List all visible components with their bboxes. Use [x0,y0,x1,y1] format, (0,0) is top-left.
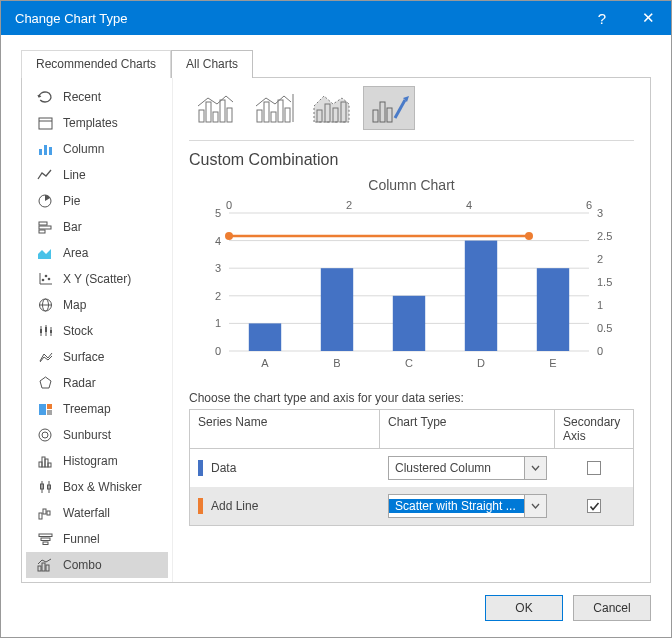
combo-subtype-stacked-area[interactable] [305,86,357,130]
combo-subtype-clustered-line[interactable] [189,86,241,130]
sidebar-item-sunburst[interactable]: Sunburst [26,422,168,448]
funnel-icon [36,531,54,547]
sidebar-item-area[interactable]: Area [26,240,168,266]
sidebar-item-scatter[interactable]: X Y (Scatter) [26,266,168,292]
stock-icon [36,323,54,339]
tab-strip: Recommended Charts All Charts [1,35,671,77]
sidebar-item-line[interactable]: Line [26,162,168,188]
svg-rect-40 [39,534,52,537]
svg-rect-0 [39,118,52,129]
ok-button[interactable]: OK [485,595,563,621]
series-swatch [198,498,203,514]
sidebar-item-templates[interactable]: Templates [26,110,168,136]
chart-type-dropdown-data[interactable]: Clustered Column [388,456,547,480]
svg-rect-53 [271,112,276,122]
sidebar-item-pie[interactable]: Pie [26,188,168,214]
sidebar-item-label: Area [63,246,88,260]
sidebar-item-funnel[interactable]: Funnel [26,526,168,552]
svg-rect-2 [39,149,42,155]
svg-rect-32 [48,463,51,467]
map-icon [36,297,54,313]
svg-text:4: 4 [215,235,221,247]
window-title: Change Chart Type [15,11,128,26]
svg-rect-20 [45,327,47,332]
svg-text:2: 2 [346,199,352,211]
chart-preview: Column Chart 01234500.511.522.530246ABCD… [189,177,634,377]
svg-text:D: D [477,357,485,369]
svg-text:1.5: 1.5 [597,276,612,288]
svg-rect-93 [465,241,497,351]
sidebar-item-recent[interactable]: Recent [26,84,168,110]
svg-rect-52 [264,102,269,122]
chart-type-dropdown-add-line[interactable]: Scatter with Straight ... [388,494,547,518]
svg-text:0.5: 0.5 [597,322,612,334]
svg-rect-46 [199,110,204,122]
svg-text:B: B [333,357,340,369]
svg-text:2: 2 [215,290,221,302]
sidebar-item-surface[interactable]: Surface [26,344,168,370]
header-chart-type: Chart Type [380,410,555,448]
sidebar-item-label: Waterfall [63,506,110,520]
svg-text:3: 3 [597,207,603,219]
change-chart-type-dialog: Change Chart Type ? ✕ Recommended Charts… [0,0,672,638]
svg-rect-50 [227,108,232,122]
secondary-axis-checkbox-add-line[interactable] [587,499,601,513]
svg-rect-4 [49,147,52,155]
svg-rect-25 [47,404,52,409]
close-button[interactable]: ✕ [625,1,671,35]
sidebar-item-label: Sunburst [63,428,111,442]
chevron-down-icon [524,495,546,517]
svg-point-98 [225,232,233,240]
series-row-add-line[interactable]: Add Line Scatter with Straight ... [190,487,633,525]
sidebar-item-label: Templates [63,116,118,130]
box-whisker-icon [36,479,54,495]
sidebar-item-label: Histogram [63,454,118,468]
svg-rect-3 [44,145,47,155]
sunburst-icon [36,427,54,443]
sidebar-item-label: Stock [63,324,93,338]
svg-rect-8 [39,230,45,233]
main-panel: Custom Combination Column Chart 01234500… [172,78,650,582]
help-button[interactable]: ? [579,1,625,35]
combo-subtype-clustered-line-secondary[interactable] [247,86,299,130]
sidebar-item-radar[interactable]: Radar [26,370,168,396]
svg-text:0: 0 [597,345,603,357]
secondary-axis-checkbox-data[interactable] [587,461,601,475]
svg-text:0: 0 [215,345,221,357]
area-icon [36,245,54,261]
sidebar-item-box-whisker[interactable]: Box & Whisker [26,474,168,500]
tab-all-charts[interactable]: All Charts [171,50,253,78]
sidebar-item-treemap[interactable]: Treemap [26,396,168,422]
sidebar-item-stock[interactable]: Stock [26,318,168,344]
sidebar-item-combo[interactable]: Combo [26,552,168,578]
sidebar-item-histogram[interactable]: Histogram [26,448,168,474]
svg-text:6: 6 [586,199,592,211]
series-table-header: Series Name Chart Type Secondary Axis [190,410,633,449]
svg-rect-47 [206,102,211,122]
sidebar-item-column[interactable]: Column [26,136,168,162]
histogram-icon [36,453,54,469]
svg-marker-23 [40,377,51,388]
tab-recommended-charts[interactable]: Recommended Charts [21,50,171,78]
line-icon [36,167,54,183]
svg-text:E: E [549,357,556,369]
sidebar-item-bar[interactable]: Bar [26,214,168,240]
svg-rect-42 [43,542,48,545]
sidebar-item-label: Combo [63,558,102,572]
svg-rect-54 [278,100,283,122]
combo-icon [36,557,54,573]
combo-subtype-custom[interactable] [363,86,415,130]
cancel-button[interactable]: Cancel [573,595,651,621]
series-row-data[interactable]: Data Clustered Column [190,449,633,487]
chart-title: Column Chart [189,177,634,193]
svg-rect-38 [43,509,46,514]
sidebar-item-waterfall[interactable]: Waterfall [26,500,168,526]
svg-rect-26 [47,410,52,415]
sidebar-item-map[interactable]: Map [26,292,168,318]
pie-icon [36,193,54,209]
svg-rect-39 [47,511,50,515]
svg-rect-45 [46,565,49,571]
svg-rect-62 [380,102,385,122]
dropdown-text: Scatter with Straight ... [389,499,524,513]
svg-rect-91 [393,296,425,351]
